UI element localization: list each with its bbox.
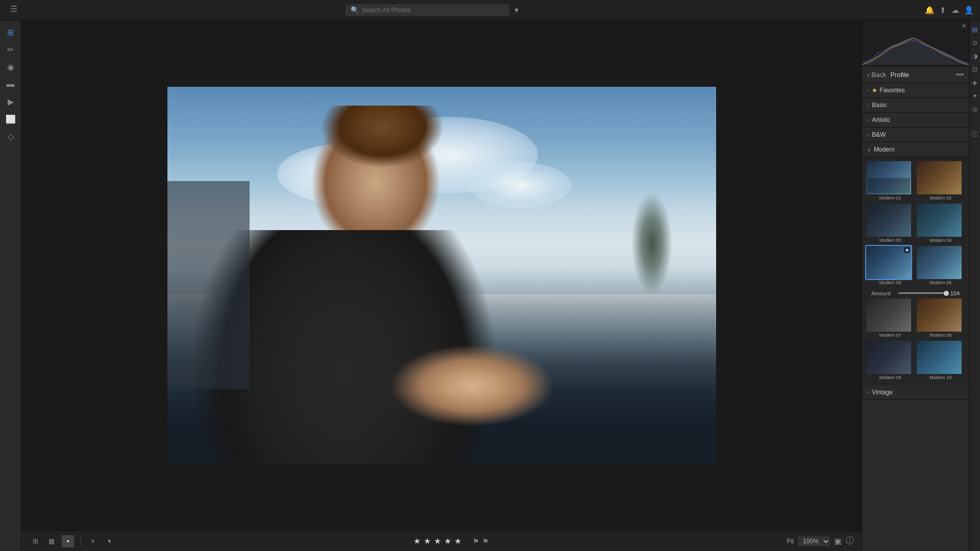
user-icon[interactable]: 👤 [964,6,974,15]
modern-03-item[interactable]: Modern 03 [866,204,915,244]
amount-label: Amount [871,290,894,296]
basic-panel-icon[interactable]: ⊙ [970,38,980,48]
back-button[interactable]: ‹ Back [867,71,886,79]
tone-panel-icon[interactable]: ◑ [970,51,980,61]
vintage-section-header[interactable]: › Vintage [862,385,969,400]
modern-05-star-badge: ★ [904,247,910,253]
modern-07-thumb[interactable] [866,298,911,332]
compare-icon[interactable]: ▣ [834,536,842,546]
web-icon[interactable]: ◇ [3,129,18,144]
star-3[interactable]: ★ [434,536,441,546]
modern-section-header[interactable]: ∨ Modern [862,142,969,157]
modern-08-item[interactable]: Modern 08 [917,298,965,339]
modern-07-item[interactable]: Modern 07 [866,298,915,339]
basic-section-header[interactable]: › Basic [862,98,969,113]
histogram-panel-icon[interactable]: ▤ [970,24,980,35]
cloud-icon[interactable]: ☁ [951,6,959,15]
zoom-select[interactable]: 100% 50% Fit Fill [798,536,830,546]
search-input[interactable] [362,7,504,14]
modern-label: Modern [874,146,895,153]
info-icon[interactable]: ⓘ [846,536,854,546]
slideshow-icon[interactable]: ▶ [3,94,18,109]
info-panel-icon[interactable]: ⓘ [970,129,980,139]
photo-area: ⊞ ▦ ▪ ≡ ▾ ★ ★ ★ ★ ★ ⚑ ⚑ Fit 100% [21,20,862,551]
modern-04-thumb[interactable] [917,204,962,237]
modern-05-item[interactable]: ★ Modern 05 [866,246,915,286]
modern-10-thumb[interactable] [917,341,962,374]
color-panel-icon[interactable]: ◈ [970,78,980,88]
modern-01-label: Modern 01 [866,194,915,202]
panel-options-button[interactable]: ••• [956,70,964,79]
share-icon[interactable]: ⬆ [940,6,946,15]
modern-02-thumb[interactable] [917,161,962,194]
top-bar-right: 🔔 ⬆ ☁ 👤 [925,6,974,15]
modern-06-thumb[interactable] [917,246,962,279]
artistic-section-header[interactable]: › Artistic [862,113,969,128]
flag-icon-2[interactable]: ⚑ [482,537,489,545]
modern-thumb-grid-2: Modern 07 Modern 08 Modern [866,298,965,381]
star-2[interactable]: ★ [424,536,431,546]
modern-02-item[interactable]: Modern 02 [917,161,965,202]
right-icons-strip: ▤ ⊙ ◑ ⊡ ◈ ✦ ◎ ··· ⓘ [969,20,980,551]
top-bar-left: ☰ [6,2,21,19]
histogram-close-icon[interactable]: ✕ [962,22,967,30]
favorites-label: Favorites [879,87,904,94]
modern-10-item[interactable]: Modern 10 [917,341,965,381]
modern-section-content: Modern 01 Modern 02 Modern [862,157,969,385]
grid-view-button[interactable]: ⊞ [29,535,41,547]
slider-fill [898,292,946,294]
bw-label: B&W [872,131,886,138]
top-bar: ☰ 🔍 ▼ 🔔 ⬆ ☁ 👤 [0,0,980,20]
search-box[interactable]: 🔍 [346,4,509,16]
favorites-star-icon: ★ [872,87,877,94]
notification-icon[interactable]: 🔔 [925,6,935,15]
bw-section-header[interactable]: › B&W [862,128,969,142]
modern-09-item[interactable]: Modern 09 [866,341,915,381]
photo-container [21,20,862,531]
profile-title: Profile [890,71,909,79]
amount-value: 104 [950,290,960,296]
modern-07-label: Modern 07 [866,332,915,339]
modern-06-item[interactable]: Modern 06 [917,246,965,286]
favorites-section-header[interactable]: › ★ Favorites [862,83,969,98]
square-view-button[interactable]: ▦ [45,535,58,547]
modern-09-label: Modern 09 [866,374,915,381]
book-icon[interactable]: ▬ [3,77,18,92]
modern-04-item[interactable]: Modern 04 [917,204,965,244]
star-1[interactable]: ★ [413,536,421,546]
modern-05-label: Modern 05 [866,279,915,286]
modern-09-thumb[interactable] [866,341,911,374]
slider-thumb[interactable] [944,291,949,296]
main-content: ⊞ ✏ ◉ ▬ ▶ ⬜ ◇ [0,20,980,551]
modern-08-thumb[interactable] [917,298,962,332]
modern-03-label: Modern 03 [866,237,915,244]
lens-panel-icon[interactable]: ◎ [970,104,980,114]
detail-panel-icon[interactable]: ⊡ [970,64,980,74]
modern-01-thumb[interactable] [866,161,911,194]
modern-01-item[interactable]: Modern 01 [866,161,915,202]
flag-icon-1[interactable]: ⚑ [473,537,479,545]
sidebar-toggle-icon[interactable]: ☰ [6,2,21,17]
top-bar-center: 🔍 ▼ [346,4,601,16]
amount-slider[interactable] [898,292,946,294]
develop-icon[interactable]: ✏ [3,42,18,57]
print-icon[interactable]: ⬜ [3,111,18,127]
filter-icon[interactable]: ▼ [513,6,520,14]
modern-03-thumb[interactable] [866,204,911,237]
panel-header: ‹ Back Profile ••• [862,66,969,83]
bottom-toolbar: ⊞ ▦ ▪ ≡ ▾ ★ ★ ★ ★ ★ ⚑ ⚑ Fit 100% [21,531,862,551]
modern-05-thumb[interactable]: ★ [866,246,911,279]
map-icon[interactable]: ◉ [3,59,18,74]
star-4[interactable]: ★ [444,536,451,546]
histogram-svg [862,20,969,66]
fit-label: Fit [787,538,794,545]
star-5[interactable]: ★ [454,536,461,546]
list-icon[interactable]: ≡ [87,535,99,547]
library-icon[interactable]: ⊞ [3,24,18,40]
modern-04-label: Modern 04 [917,237,965,244]
sort-chevron[interactable]: ▾ [103,535,115,547]
modern-08-label: Modern 08 [917,332,965,339]
bottom-left: ⊞ ▦ ▪ ≡ ▾ [29,535,115,547]
effects-panel-icon[interactable]: ✦ [970,91,980,101]
loupe-view-button[interactable]: ▪ [62,535,74,547]
